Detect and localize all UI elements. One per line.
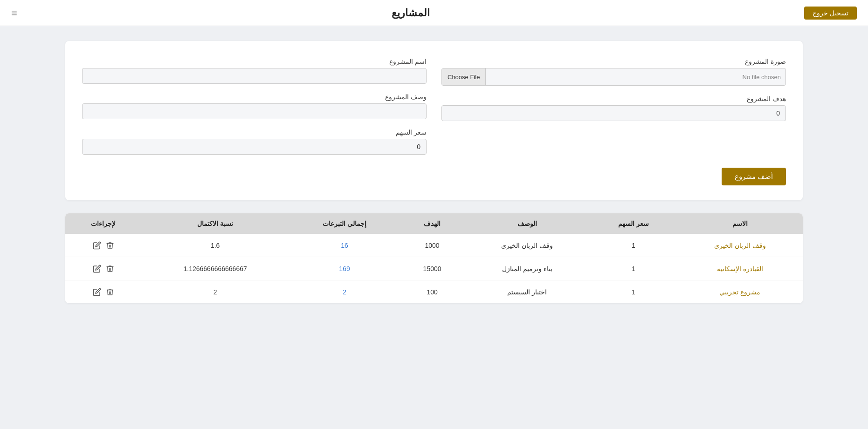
file-input-wrapper: No file chosen Choose File [441,68,786,86]
form-group-image: صورة المشروع No file chosen Choose File [441,58,786,86]
row-total-donations: 16 [289,234,400,257]
row-name[interactable]: وقف الربان الخيري [677,234,803,257]
share-price-input[interactable] [82,139,427,155]
project-name-input[interactable] [82,68,427,84]
row-goal: 15000 [400,257,464,280]
col-goal: الهدف [400,213,464,234]
project-image-label: صورة المشروع [441,58,786,65]
row-actions [65,234,141,257]
table-head: الاسم سعر السهم الوصف الهدف إجمالي التبر… [65,213,803,234]
form-left-column: اسم المشروع وصف المشروع سعر السهم [82,58,427,164]
table-row: القبادرة الإسكانية 1 بناء وترميم المنازل… [65,257,803,280]
add-project-button[interactable]: أضف مشروع [722,168,786,185]
menu-icon[interactable]: ≡ [11,8,17,18]
delete-icon[interactable] [106,287,114,297]
form-grid: صورة المشروع No file chosen Choose File … [82,58,786,164]
col-description: الوصف [464,213,590,234]
row-actions [65,257,141,280]
choose-file-button[interactable]: Choose File [442,68,486,85]
row-share-price: 1 [590,280,677,304]
project-description-label: وصف المشروع [82,93,427,101]
table-body: وقف الربان الخيري 1 وقف الربان الخيري 10… [65,234,803,303]
delete-icon[interactable] [106,240,114,250]
share-price-label: سعر السهم [82,129,427,136]
col-completion-rate: نسبة الاكتمال [141,213,289,234]
form-group-description: وصف المشروع [82,93,427,119]
delete-icon[interactable] [106,264,114,273]
col-name: الاسم [677,213,803,234]
projects-table-card: الاسم سعر السهم الوصف الهدف إجمالي التبر… [65,213,803,303]
table-header-row: الاسم سعر السهم الوصف الهدف إجمالي التبر… [65,213,803,234]
page-title: المشاريع [17,7,804,19]
row-description: بناء وترميم المنازل [464,257,590,280]
add-button-row: أضف مشروع [82,168,786,185]
row-goal: 100 [400,280,464,304]
col-actions: لإجراءات [65,213,141,234]
row-completion-rate: 1.6 [141,234,289,257]
form-group-goal: هدف المشروع [441,95,786,121]
row-total-donations: 169 [289,257,400,280]
project-name-label: اسم المشروع [82,58,427,65]
col-total-donations: إجمالي التبرعات [289,213,400,234]
logout-button[interactable]: تسجيل خروج [804,7,857,20]
row-total-donations: 2 [289,280,400,304]
table-row: وقف الربان الخيري 1 وقف الربان الخيري 10… [65,234,803,257]
edit-icon[interactable] [93,240,101,250]
project-goal-input[interactable] [441,105,786,121]
row-name[interactable]: القبادرة الإسكانية [677,257,803,280]
row-completion-rate: 1.1266666666666667 [141,257,289,280]
edit-icon[interactable] [93,264,101,273]
row-description: وقف الربان الخيري [464,234,590,257]
row-goal: 1000 [400,234,464,257]
row-name[interactable]: مشروع تجريبي [677,280,803,304]
edit-icon[interactable] [93,287,101,297]
form-right-column: صورة المشروع No file chosen Choose File … [441,58,786,164]
add-project-form: صورة المشروع No file chosen Choose File … [65,41,803,200]
table-row: مشروع تجريبي 1 اختبار السيستم 100 2 2 [65,280,803,304]
project-description-input[interactable] [82,103,427,119]
row-share-price: 1 [590,257,677,280]
file-no-chosen-text: No file chosen [486,74,785,81]
row-share-price: 1 [590,234,677,257]
project-goal-label: هدف المشروع [441,95,786,102]
row-actions [65,280,141,304]
row-description: اختبار السيستم [464,280,590,304]
main-content: صورة المشروع No file chosen Choose File … [0,26,868,318]
form-group-share-price: سعر السهم [82,129,427,155]
projects-table: الاسم سعر السهم الوصف الهدف إجمالي التبر… [65,213,803,303]
row-completion-rate: 2 [141,280,289,304]
col-share-price: سعر السهم [590,213,677,234]
form-group-name: اسم المشروع [82,58,427,84]
app-header: تسجيل خروج المشاريع ≡ [0,0,868,26]
